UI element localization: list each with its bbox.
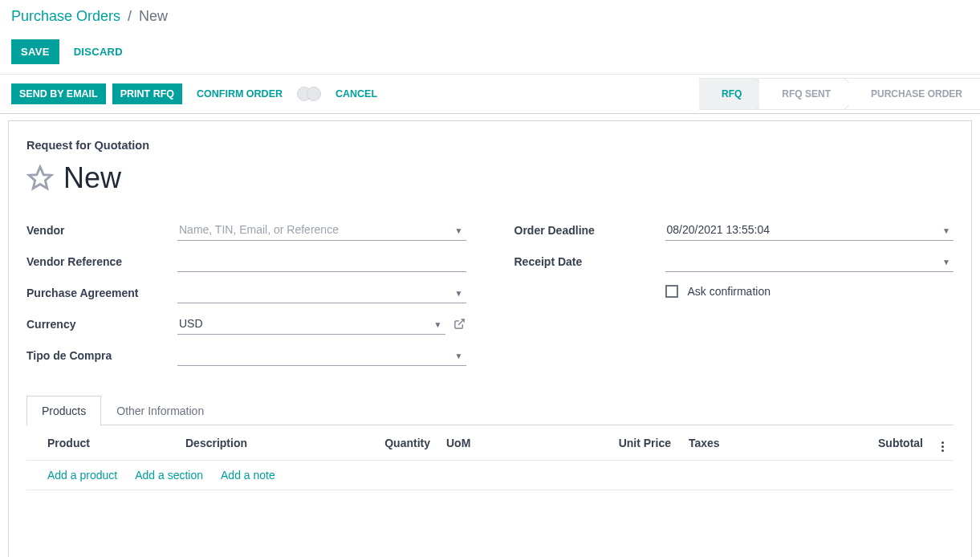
table-empty-body [26,490,954,555]
receipt-date-label: Receipt Date [514,255,665,268]
col-header-subtotal: Subtotal [832,437,923,449]
breadcrumb: Purchase Orders / New [11,8,969,25]
tipo-compra-input[interactable] [177,344,466,366]
col-header-quantity: Quantity [362,437,430,449]
print-rfq-button[interactable]: PRINT RFQ [112,83,182,104]
form-subtitle: Request for Quotation [26,139,954,152]
order-deadline-input[interactable] [665,219,954,241]
vendor-input[interactable] [177,219,466,241]
discard-button[interactable]: DISCARD [74,46,123,58]
col-header-uom: UoM [430,437,591,449]
status-step-rfq[interactable]: RFQ [699,78,759,110]
ask-confirmation-label: Ask confirmation [688,285,771,298]
avatar-stack [297,87,321,101]
vendor-label: Vendor [26,224,177,237]
add-product-link[interactable]: Add a product [47,469,117,482]
col-header-unit-price: Unit Price [591,437,671,449]
page-title: New [63,161,121,195]
add-section-link[interactable]: Add a section [135,469,203,482]
confirm-order-button[interactable]: CONFIRM ORDER [189,83,291,104]
vendor-reference-input[interactable] [177,250,466,272]
col-header-description: Description [185,437,362,449]
breadcrumb-root[interactable]: Purchase Orders [11,8,120,24]
form-sheet: Request for Quotation New Vendor ▼ Vendo… [8,120,972,557]
add-note-link[interactable]: Add a note [221,469,275,482]
purchase-agreement-label: Purchase Agreement [26,287,177,299]
receipt-date-input[interactable] [665,250,954,272]
status-steps: RFQ RFQ SENT PURCHASE ORDER [699,78,980,110]
tab-other-information[interactable]: Other Information [101,396,219,425]
ask-confirmation-checkbox[interactable] [665,285,678,298]
tabs: Products Other Information [26,395,954,425]
svg-marker-0 [29,167,51,189]
table-add-row: Add a product Add a section Add a note [26,461,954,490]
table-header: Product Description Quantity UoM Unit Pr… [26,425,954,461]
status-step-purchase-order[interactable]: PURCHASE ORDER [848,78,980,110]
tab-products[interactable]: Products [26,396,101,425]
avatar [307,87,321,101]
currency-input[interactable] [177,313,445,335]
breadcrumb-separator: / [128,8,132,24]
breadcrumb-current: New [139,8,168,24]
status-step-rfq-sent[interactable]: RFQ SENT [759,78,848,110]
col-header-product: Product [33,437,185,449]
star-icon[interactable] [26,165,54,192]
kebab-icon[interactable] [941,441,944,452]
save-button[interactable]: SAVE [11,39,59,64]
order-deadline-label: Order Deadline [514,224,665,237]
external-link-icon[interactable] [453,318,466,330]
purchase-agreement-input[interactable] [177,282,466,303]
col-header-taxes: Taxes [671,437,832,449]
send-by-email-button[interactable]: SEND BY EMAIL [11,83,106,104]
status-bar: SEND BY EMAIL PRINT RFQ CONFIRM ORDER CA… [0,74,980,114]
cancel-button[interactable]: CANCEL [327,83,385,104]
svg-line-1 [458,319,464,325]
vendor-reference-label: Vendor Reference [26,255,177,268]
tipo-compra-label: Tipo de Compra [26,349,177,362]
currency-label: Currency [26,318,177,331]
